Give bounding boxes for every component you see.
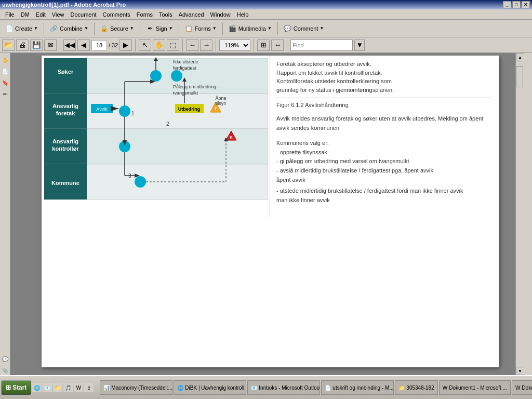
secure-button[interactable]: 🔒 Secure ▼ — [97, 21, 137, 36]
fit-page-button[interactable]: ⊞ — [257, 39, 270, 51]
left-column: Søker Ansvarlig foretak Ansvarlig kontro… — [42, 56, 270, 218]
taskbar-dibk[interactable]: 🌐 DiBK | Uavhengig kontroll... — [174, 380, 246, 395]
outlook-icon: 📧 — [251, 385, 257, 391]
top-text-line2: Rapport om lukket avvik til kontrollfore… — [276, 69, 493, 77]
open-button[interactable]: 📂 — [2, 39, 15, 51]
toolbar2: 📂 🖨 💾 ✉ ◀◀ ◀ / 32 ▶ ↖ ✋ ⬚ ← → 119% 100% … — [0, 37, 532, 53]
word-icon[interactable]: W — [74, 383, 83, 392]
sidebar-bookmark-icon[interactable]: 🔖 — [1, 78, 10, 87]
forms-button[interactable]: 📋 Forms ▼ — [182, 21, 220, 36]
pdf-viewport: Søker Ansvarlig foretak Ansvarlig kontro… — [31, 56, 509, 373]
sep-nav6 — [287, 39, 287, 51]
lock-icon: 🔒 — [100, 24, 109, 33]
doc2-icon: W — [515, 385, 520, 391]
combine-icon: 🔗 — [50, 24, 58, 33]
menu-comments[interactable]: Comments — [100, 10, 134, 19]
menu-forms[interactable]: Forms — [134, 10, 156, 19]
sidebar-layers-icon[interactable]: 💬 — [1, 354, 10, 364]
sidebar-comment-icon[interactable]: ✏ — [1, 89, 10, 99]
scroll-track[interactable] — [516, 61, 524, 367]
next-page-button[interactable]: ▶ — [119, 39, 132, 51]
separator2 — [94, 22, 95, 35]
menu-file[interactable]: File — [2, 10, 18, 19]
taskbar-outlook[interactable]: 📧 Innboks - Microsoft Outlook — [247, 380, 320, 395]
kommunens-valg-line4: - utstede midlertidig brukstillatelse / … — [276, 187, 493, 196]
soker-label: Søker — [58, 69, 74, 75]
sidebar-hand-icon[interactable]: ✋ — [1, 55, 10, 64]
menu-help[interactable]: Help — [234, 10, 252, 19]
create-label: Create — [15, 25, 32, 32]
paalegg-label-line2: tvangsmulkt — [173, 90, 198, 96]
menu-document[interactable]: Document — [67, 10, 99, 19]
taskbar-doc1[interactable]: W Dokument1 - Microsoft ... — [439, 380, 511, 395]
windows-icon: ⊞ — [6, 384, 11, 391]
separator6 — [277, 22, 278, 35]
find-input[interactable] — [290, 39, 353, 51]
prev-view-button[interactable]: ← — [186, 39, 198, 51]
taskbar-maconomy[interactable]: 📊 Maconomy (Timeseddel:... — [100, 380, 172, 395]
multimedia-button[interactable]: 🎬 Multimedia ▼ — [225, 21, 275, 36]
sign-button[interactable]: ✒ Sign ▼ — [143, 21, 176, 36]
taskbar: ⊞ Start 🌐 📧 📁 🎵 W e 📊 Maconomy (Timesedd… — [0, 375, 532, 399]
sep-nav1 — [60, 39, 60, 51]
start-button[interactable]: ⊞ Start — [1, 380, 31, 395]
taskbar-utskrift[interactable]: 📄 utskrift og innbinding - M... — [321, 380, 394, 395]
utskrift-icon: 📄 — [325, 385, 331, 391]
page-separator: / — [109, 42, 110, 48]
next-view-button[interactable]: → — [200, 39, 212, 51]
maconomy-icon: 📊 — [103, 385, 110, 391]
create-button[interactable]: 📄 Create ▼ — [2, 21, 41, 36]
menu-advanced[interactable]: Advanced — [176, 10, 207, 19]
multimedia-icon: 🎬 — [229, 24, 237, 33]
window-title: uavhengigkontroll[1].pdf - Adobe Acrobat… — [2, 2, 126, 8]
scroll-up-button[interactable]: ▲ — [516, 53, 524, 61]
pdf-page: Søker Ansvarlig foretak Ansvarlig kontro… — [42, 56, 499, 367]
comment-button[interactable]: 💬 Comment ▼ — [281, 21, 327, 36]
zoom-selector[interactable]: 119% 100% 150% — [219, 39, 250, 51]
cursor-tool[interactable]: ↖ — [139, 39, 151, 51]
combine-button[interactable]: 🔗 Combine ▼ — [47, 21, 91, 36]
paragraph2: Kommunens valg er: - opprette tilsynssak… — [276, 139, 493, 205]
forms-dropdown-arrow: ▼ — [212, 26, 217, 31]
menu-tools[interactable]: Tools — [156, 10, 176, 19]
hand-tool[interactable]: ✋ — [153, 39, 165, 51]
ie-icon[interactable]: 🌐 — [32, 383, 42, 392]
ikke-utstede-label: Ikke utstede — [173, 59, 198, 64]
folder-icon[interactable]: 📁 — [53, 383, 62, 392]
print-button[interactable]: 🖨 — [16, 39, 29, 51]
vertical-scrollbar[interactable]: ▲ ▼ — [515, 53, 524, 375]
taskbar-doc2[interactable]: W Dokument2 - Microsoft ... — [512, 380, 532, 395]
menu-window[interactable]: Window — [207, 10, 234, 19]
taskbar-305348[interactable]: 📁 305348-182 — [395, 380, 437, 395]
kommunens-valg-line1: - opprette tilsynssak — [276, 148, 493, 157]
aapne-tilsyn-label: Åpne — [215, 96, 226, 101]
scroll-thumb[interactable] — [516, 66, 523, 87]
browser-icon[interactable]: e — [84, 383, 94, 392]
restore-button[interactable]: □ — [512, 1, 521, 8]
separator5 — [222, 22, 223, 35]
prev-page-button[interactable]: ◀ — [77, 39, 90, 51]
kommune-label: Kommune — [51, 180, 79, 186]
save-button[interactable]: 💾 — [30, 39, 43, 51]
select-tool[interactable]: ⬚ — [167, 39, 179, 51]
page-number-input[interactable] — [91, 40, 107, 50]
fit-width-button[interactable]: ↔ — [271, 39, 284, 51]
find-button[interactable]: ▼ — [354, 39, 365, 51]
paragraph1: Avvik meldes ansvarlig foretak og søker … — [276, 114, 493, 132]
doc2-label: Dokument2 - Microsoft ... — [522, 385, 532, 391]
305348-label: 305348-182 — [406, 385, 434, 391]
scroll-down-button[interactable]: ▼ — [516, 367, 524, 375]
menu-edit[interactable]: Edit — [33, 10, 49, 19]
first-page-button[interactable]: ◀◀ — [63, 39, 76, 51]
minimize-button[interactable]: _ — [503, 1, 511, 8]
media-icon[interactable]: 🎵 — [63, 383, 73, 392]
multimedia-label: Multimedia — [238, 25, 266, 32]
menu-dm[interactable]: DM — [18, 10, 33, 19]
close-button[interactable]: ✕ — [522, 1, 530, 8]
top-text-line4: grunnlag for ny status i gjennomføringsp… — [276, 86, 493, 95]
email-button[interactable]: ✉ — [44, 39, 57, 51]
menu-view[interactable]: View — [49, 10, 68, 19]
sidebar-attach-icon[interactable]: 📎 — [1, 366, 10, 375]
email-icon[interactable]: 📧 — [43, 383, 52, 392]
sidebar-pages-icon[interactable]: 📄 — [1, 66, 10, 76]
